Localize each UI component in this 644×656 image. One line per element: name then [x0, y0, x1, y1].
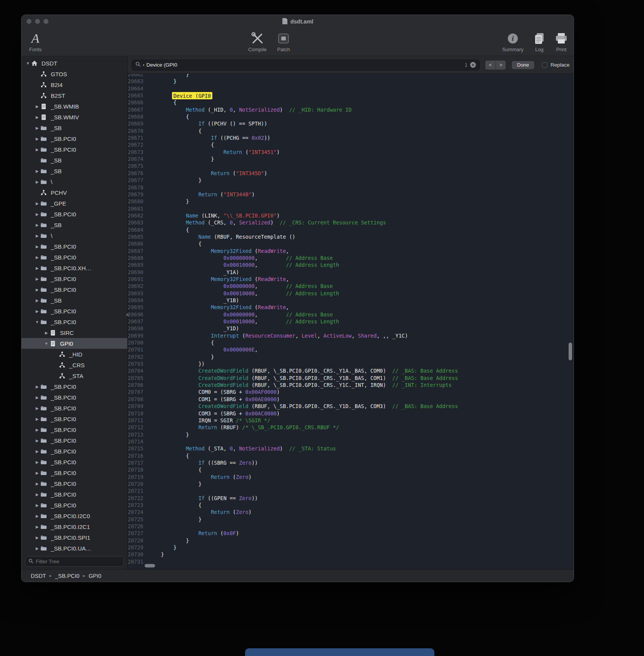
code-line-20708[interactable]: 20708 COM1 = (SBRG + 0x00AE0000) [128, 396, 574, 403]
code-line-20727[interactable]: 20727 Return (0x0F) [128, 530, 574, 537]
code-line-20674[interactable]: 20674 } [128, 156, 574, 162]
tree-item-sb-wmiv[interactable]: ▶_SB.WMIV [22, 112, 127, 122]
code-line-20720[interactable]: 20720 } [128, 480, 574, 487]
breadcrumb-item[interactable]: GPI0 [88, 573, 101, 579]
code-line-20722[interactable]: 20722 If ((GPEN == Zero)) [128, 495, 574, 502]
code-line-20666[interactable]: 20666 { [128, 99, 574, 106]
tree-item-sb-pci0[interactable]: ▶_SB.PCI0 [22, 252, 127, 263]
disclosure-closed-icon[interactable]: ▶ [34, 503, 40, 507]
disclosure-closed-icon[interactable]: ▶ [43, 331, 50, 335]
disclosure-closed-icon[interactable]: ▶ [34, 212, 40, 216]
code-line-20664[interactable]: 20664 [128, 85, 574, 92]
tree-item-sb-pci0[interactable]: ▶_SB.PCI0 [22, 306, 127, 316]
code-line-20726[interactable]: 20726 [128, 523, 574, 530]
code-line-20729[interactable]: 20729 } [128, 544, 574, 551]
find-next-button[interactable]: > [496, 60, 506, 70]
code-line-20668[interactable]: 20668 { [128, 113, 574, 120]
code-line-20675[interactable]: 20675 [128, 162, 574, 169]
disclosure-closed-icon[interactable]: ▶ [34, 137, 40, 141]
disclosure-closed-icon[interactable]: ▶ [34, 428, 40, 432]
code-line-20665[interactable]: 20665 Device (GPI0 [128, 92, 574, 99]
splitter-knob[interactable] [126, 313, 129, 316]
tree-item-sb-pci0-xh[interactable]: ▶_SB.PCI0.XH… [22, 263, 127, 273]
minimize-button[interactable] [35, 19, 40, 24]
tree-item-sb-pci0-i2c1[interactable]: ▶_SB.PCI0.I2C1 [22, 521, 127, 532]
code-line-20725[interactable]: 20725 } [128, 516, 574, 523]
code-line-20705[interactable]: 20705 CreateDWordField (RBUF, \_SB.PCI0.… [128, 375, 574, 382]
code-line-20663[interactable]: 20663 } [128, 78, 574, 85]
code-line-20671[interactable]: 20671 If ((PCHG == 0x02)) [128, 134, 574, 141]
filter-tree-input[interactable]: Filter Tree [25, 556, 124, 567]
tree-item-sta[interactable]: _STA [22, 370, 127, 381]
disclosure-closed-icon[interactable]: ▶ [34, 514, 40, 518]
code-line-20728[interactable]: 20728 } [128, 537, 574, 544]
code-line-20724[interactable]: 20724 Return (Zero) [128, 509, 574, 515]
tree-item-sb[interactable]: ▶_SB [22, 122, 127, 133]
disclosure-closed-icon[interactable]: ▶ [34, 385, 40, 389]
tree-item-sb-pci0-ua[interactable]: ▶_SB.PCI0.UA… [22, 543, 127, 554]
code-line-20693[interactable]: 20693 0x00010000, // Address Length [128, 290, 574, 297]
code-line-20715[interactable]: 20715 Method (_STA, 0, NotSerialized) //… [128, 445, 574, 452]
code-line-20700[interactable]: 20700 { [128, 339, 574, 346]
code-line-20692[interactable]: 20692 0x00000000, // Address Base [128, 283, 574, 290]
tree-item-sb-pci0[interactable]: ▶_SB.PCI0 [22, 209, 127, 219]
code-line-20684[interactable]: 20684 { [128, 226, 574, 233]
tree-item-sb-pci0[interactable]: ▶_SB.PCI0 [22, 478, 127, 489]
tree-item-sb[interactable]: ▶_SB [22, 166, 127, 176]
tree-item-[interactable]: ▶\ [22, 176, 127, 187]
replace-checkbox[interactable] [542, 62, 547, 68]
code-line-20714[interactable]: 20714 [128, 438, 574, 445]
tree-item-sb-pci0[interactable]: ▶_SB.PCI0 [22, 144, 127, 155]
horizontal-scrollbar-thumb[interactable] [145, 564, 155, 567]
zoom-button[interactable] [43, 19, 48, 24]
code-line-20682[interactable]: 20682 Name (LINK, "\\_SB.PCI0.GPI0") [128, 212, 574, 219]
code-line-20695[interactable]: 20695 Memory32Fixed (ReadWrite, [128, 304, 574, 311]
tree-item-hid[interactable]: _HID [22, 349, 127, 360]
disclosure-closed-icon[interactable]: ▶ [34, 244, 40, 249]
disclosure-closed-icon[interactable]: ▶ [34, 298, 40, 303]
code-line-20723[interactable]: 20723 { [128, 502, 574, 509]
code-line-20712[interactable]: 20712 Return (RBUF) /* \_SB_.PCI0.GPI0._… [128, 424, 574, 431]
disclosure-closed-icon[interactable]: ▶ [34, 460, 40, 464]
tree-item-sb-pci0[interactable]: ▶_SB.PCI0 [22, 446, 127, 457]
tree-item-sirc[interactable]: ▶SIRC [22, 327, 127, 338]
disclosure-closed-icon[interactable]: ▶ [34, 266, 40, 270]
disclosure-open-icon[interactable]: ▼ [34, 320, 40, 324]
code-line-20721[interactable]: 20721 [128, 487, 574, 494]
disclosure-closed-icon[interactable]: ▶ [34, 492, 40, 497]
summary-button[interactable]: i Summary [498, 30, 527, 52]
code-line-20697[interactable]: 20697 0x00010000, // Address Length [128, 318, 574, 325]
tree-item-sb-pci0[interactable]: ▶_SB.PCI0 [22, 435, 127, 446]
code-line-20694[interactable]: 20694 _Y1B) [128, 297, 574, 304]
code-line-20678[interactable]: 20678 [128, 184, 574, 191]
tree-item-sb[interactable]: ▶_SB [22, 219, 127, 230]
tree-item-pchv[interactable]: PCHV [22, 187, 127, 198]
disclosure-closed-icon[interactable]: ▶ [34, 546, 40, 551]
disclosure-closed-icon[interactable]: ▶ [34, 169, 40, 173]
disclosure-closed-icon[interactable]: ▶ [34, 309, 40, 313]
code-line-20718[interactable]: 20718 { [128, 466, 574, 473]
tree-item-b2st[interactable]: B2ST [22, 90, 127, 101]
close-button[interactable] [27, 19, 32, 24]
code-line-20683[interactable]: 20683 Method (_CRS, 0, Serialized) // _C… [128, 219, 574, 226]
code-line-20719[interactable]: 20719 Return (Zero) [128, 474, 574, 480]
code-line-20689[interactable]: 20689 0x00010000, // Address Length [128, 261, 574, 268]
tree-item-sb-pci0[interactable]: ▼_SB.PCI0 [22, 316, 127, 327]
disclosure-open-icon[interactable]: ▼ [43, 341, 50, 346]
disclosure-closed-icon[interactable]: ▶ [34, 104, 40, 109]
code-line-20688[interactable]: 20688 0x00000000, // Address Base [128, 254, 574, 261]
disclosure-closed-icon[interactable]: ▶ [34, 223, 40, 227]
tree-item-dsdt[interactable]: ▼DSDT [22, 58, 127, 69]
disclosure-closed-icon[interactable]: ▶ [34, 438, 40, 443]
code-line-20676[interactable]: 20676 Return ("INT345D") [128, 170, 574, 177]
code-line-20690[interactable]: 20690 _Y1A) [128, 269, 574, 276]
disclosure-closed-icon[interactable]: ▶ [34, 147, 40, 152]
code-line-20716[interactable]: 20716 { [128, 452, 574, 459]
disclosure-closed-icon[interactable]: ▶ [34, 288, 40, 292]
disclosure-closed-icon[interactable]: ▶ [34, 449, 40, 454]
print-button[interactable]: Print [547, 30, 574, 52]
tree-item-sb-pci0-spi1[interactable]: ▶_SB.PCI0.SPI1 [22, 532, 127, 543]
code-line-20717[interactable]: 20717 If ((SBRG == Zero)) [128, 459, 574, 466]
disclosure-closed-icon[interactable]: ▶ [34, 201, 40, 206]
code-line-20710[interactable]: 20710 COM3 = (SBRG + 0x00AC0000) [128, 410, 574, 417]
